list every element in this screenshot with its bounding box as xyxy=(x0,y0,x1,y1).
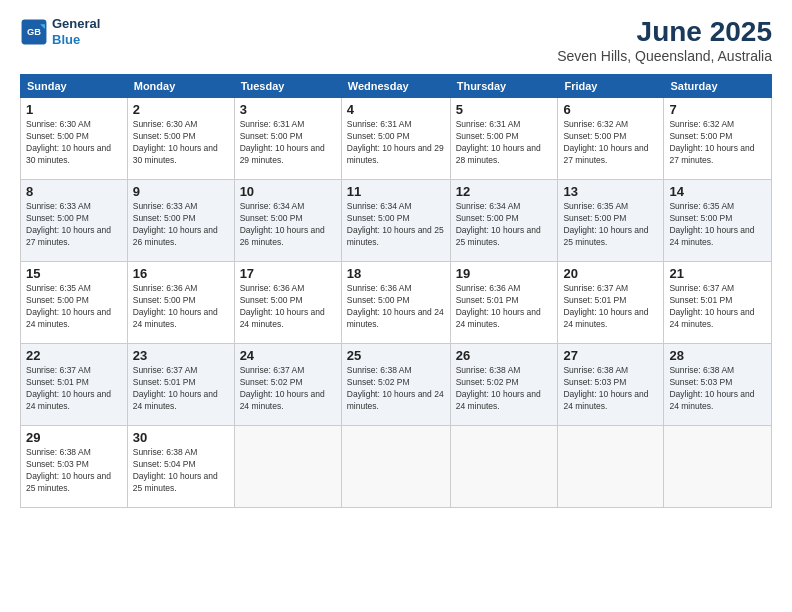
logo: GB General Blue xyxy=(20,16,100,47)
calendar-table: Sunday Monday Tuesday Wednesday Thursday… xyxy=(20,74,772,508)
day-info: Sunrise: 6:34 AM Sunset: 5:00 PM Dayligh… xyxy=(240,201,336,249)
calendar-week-4: 22 Sunrise: 6:37 AM Sunset: 5:01 PM Dayl… xyxy=(21,344,772,426)
day-info: Sunrise: 6:34 AM Sunset: 5:00 PM Dayligh… xyxy=(347,201,445,249)
day-number: 12 xyxy=(456,184,553,199)
day-number: 4 xyxy=(347,102,445,117)
calendar-cell: 12 Sunrise: 6:34 AM Sunset: 5:00 PM Dayl… xyxy=(450,180,558,262)
calendar-cell: 20 Sunrise: 6:37 AM Sunset: 5:01 PM Dayl… xyxy=(558,262,664,344)
day-info: Sunrise: 6:38 AM Sunset: 5:04 PM Dayligh… xyxy=(133,447,229,495)
day-info: Sunrise: 6:37 AM Sunset: 5:01 PM Dayligh… xyxy=(669,283,766,331)
header: GB General Blue June 2025 Seven Hills, Q… xyxy=(20,16,772,64)
day-info: Sunrise: 6:31 AM Sunset: 5:00 PM Dayligh… xyxy=(240,119,336,167)
day-number: 3 xyxy=(240,102,336,117)
day-number: 30 xyxy=(133,430,229,445)
day-number: 19 xyxy=(456,266,553,281)
day-info: Sunrise: 6:36 AM Sunset: 5:00 PM Dayligh… xyxy=(133,283,229,331)
day-number: 14 xyxy=(669,184,766,199)
calendar-cell xyxy=(450,426,558,508)
calendar-week-5: 29 Sunrise: 6:38 AM Sunset: 5:03 PM Dayl… xyxy=(21,426,772,508)
day-number: 24 xyxy=(240,348,336,363)
day-info: Sunrise: 6:35 AM Sunset: 5:00 PM Dayligh… xyxy=(26,283,122,331)
day-info: Sunrise: 6:36 AM Sunset: 5:00 PM Dayligh… xyxy=(347,283,445,331)
day-number: 10 xyxy=(240,184,336,199)
location-title: Seven Hills, Queensland, Australia xyxy=(557,48,772,64)
calendar-cell: 22 Sunrise: 6:37 AM Sunset: 5:01 PM Dayl… xyxy=(21,344,128,426)
day-info: Sunrise: 6:33 AM Sunset: 5:00 PM Dayligh… xyxy=(133,201,229,249)
calendar-cell: 24 Sunrise: 6:37 AM Sunset: 5:02 PM Dayl… xyxy=(234,344,341,426)
header-thursday: Thursday xyxy=(450,75,558,98)
day-number: 27 xyxy=(563,348,658,363)
calendar-cell: 30 Sunrise: 6:38 AM Sunset: 5:04 PM Dayl… xyxy=(127,426,234,508)
calendar-cell: 26 Sunrise: 6:38 AM Sunset: 5:02 PM Dayl… xyxy=(450,344,558,426)
day-number: 17 xyxy=(240,266,336,281)
header-friday: Friday xyxy=(558,75,664,98)
day-info: Sunrise: 6:37 AM Sunset: 5:02 PM Dayligh… xyxy=(240,365,336,413)
day-info: Sunrise: 6:37 AM Sunset: 5:01 PM Dayligh… xyxy=(26,365,122,413)
header-saturday: Saturday xyxy=(664,75,772,98)
day-number: 18 xyxy=(347,266,445,281)
calendar-cell: 21 Sunrise: 6:37 AM Sunset: 5:01 PM Dayl… xyxy=(664,262,772,344)
day-number: 21 xyxy=(669,266,766,281)
calendar-cell: 5 Sunrise: 6:31 AM Sunset: 5:00 PM Dayli… xyxy=(450,98,558,180)
day-info: Sunrise: 6:38 AM Sunset: 5:03 PM Dayligh… xyxy=(26,447,122,495)
calendar-cell: 25 Sunrise: 6:38 AM Sunset: 5:02 PM Dayl… xyxy=(341,344,450,426)
day-number: 22 xyxy=(26,348,122,363)
logo-line2: Blue xyxy=(52,32,100,48)
day-info: Sunrise: 6:38 AM Sunset: 5:03 PM Dayligh… xyxy=(669,365,766,413)
calendar-cell: 8 Sunrise: 6:33 AM Sunset: 5:00 PM Dayli… xyxy=(21,180,128,262)
day-number: 26 xyxy=(456,348,553,363)
day-info: Sunrise: 6:36 AM Sunset: 5:01 PM Dayligh… xyxy=(456,283,553,331)
day-number: 15 xyxy=(26,266,122,281)
calendar-cell xyxy=(558,426,664,508)
day-info: Sunrise: 6:37 AM Sunset: 5:01 PM Dayligh… xyxy=(133,365,229,413)
title-section: June 2025 Seven Hills, Queensland, Austr… xyxy=(557,16,772,64)
calendar-cell: 13 Sunrise: 6:35 AM Sunset: 5:00 PM Dayl… xyxy=(558,180,664,262)
calendar-cell: 7 Sunrise: 6:32 AM Sunset: 5:00 PM Dayli… xyxy=(664,98,772,180)
calendar-cell: 19 Sunrise: 6:36 AM Sunset: 5:01 PM Dayl… xyxy=(450,262,558,344)
day-number: 13 xyxy=(563,184,658,199)
day-info: Sunrise: 6:30 AM Sunset: 5:00 PM Dayligh… xyxy=(133,119,229,167)
day-info: Sunrise: 6:36 AM Sunset: 5:00 PM Dayligh… xyxy=(240,283,336,331)
day-number: 6 xyxy=(563,102,658,117)
header-sunday: Sunday xyxy=(21,75,128,98)
logo-icon: GB xyxy=(20,18,48,46)
day-info: Sunrise: 6:38 AM Sunset: 5:02 PM Dayligh… xyxy=(347,365,445,413)
day-number: 20 xyxy=(563,266,658,281)
header-wednesday: Wednesday xyxy=(341,75,450,98)
day-number: 1 xyxy=(26,102,122,117)
calendar-cell: 9 Sunrise: 6:33 AM Sunset: 5:00 PM Dayli… xyxy=(127,180,234,262)
day-info: Sunrise: 6:34 AM Sunset: 5:00 PM Dayligh… xyxy=(456,201,553,249)
day-info: Sunrise: 6:37 AM Sunset: 5:01 PM Dayligh… xyxy=(563,283,658,331)
calendar-cell: 1 Sunrise: 6:30 AM Sunset: 5:00 PM Dayli… xyxy=(21,98,128,180)
calendar-cell: 18 Sunrise: 6:36 AM Sunset: 5:00 PM Dayl… xyxy=(341,262,450,344)
calendar-week-2: 8 Sunrise: 6:33 AM Sunset: 5:00 PM Dayli… xyxy=(21,180,772,262)
day-info: Sunrise: 6:35 AM Sunset: 5:00 PM Dayligh… xyxy=(563,201,658,249)
calendar-week-3: 15 Sunrise: 6:35 AM Sunset: 5:00 PM Dayl… xyxy=(21,262,772,344)
day-number: 8 xyxy=(26,184,122,199)
header-monday: Monday xyxy=(127,75,234,98)
day-info: Sunrise: 6:32 AM Sunset: 5:00 PM Dayligh… xyxy=(563,119,658,167)
day-number: 7 xyxy=(669,102,766,117)
day-number: 2 xyxy=(133,102,229,117)
day-info: Sunrise: 6:33 AM Sunset: 5:00 PM Dayligh… xyxy=(26,201,122,249)
day-info: Sunrise: 6:38 AM Sunset: 5:03 PM Dayligh… xyxy=(563,365,658,413)
day-info: Sunrise: 6:32 AM Sunset: 5:00 PM Dayligh… xyxy=(669,119,766,167)
calendar-week-1: 1 Sunrise: 6:30 AM Sunset: 5:00 PM Dayli… xyxy=(21,98,772,180)
day-number: 5 xyxy=(456,102,553,117)
calendar-cell: 23 Sunrise: 6:37 AM Sunset: 5:01 PM Dayl… xyxy=(127,344,234,426)
svg-text:GB: GB xyxy=(27,27,41,37)
calendar-page: GB General Blue June 2025 Seven Hills, Q… xyxy=(0,0,792,612)
calendar-cell xyxy=(341,426,450,508)
calendar-cell xyxy=(664,426,772,508)
day-info: Sunrise: 6:31 AM Sunset: 5:00 PM Dayligh… xyxy=(347,119,445,167)
day-number: 16 xyxy=(133,266,229,281)
calendar-cell: 6 Sunrise: 6:32 AM Sunset: 5:00 PM Dayli… xyxy=(558,98,664,180)
calendar-cell: 27 Sunrise: 6:38 AM Sunset: 5:03 PM Dayl… xyxy=(558,344,664,426)
calendar-header-row: Sunday Monday Tuesday Wednesday Thursday… xyxy=(21,75,772,98)
day-info: Sunrise: 6:31 AM Sunset: 5:00 PM Dayligh… xyxy=(456,119,553,167)
calendar-cell: 3 Sunrise: 6:31 AM Sunset: 5:00 PM Dayli… xyxy=(234,98,341,180)
calendar-cell: 11 Sunrise: 6:34 AM Sunset: 5:00 PM Dayl… xyxy=(341,180,450,262)
logo-line1: General xyxy=(52,16,100,32)
day-number: 11 xyxy=(347,184,445,199)
calendar-cell: 29 Sunrise: 6:38 AM Sunset: 5:03 PM Dayl… xyxy=(21,426,128,508)
